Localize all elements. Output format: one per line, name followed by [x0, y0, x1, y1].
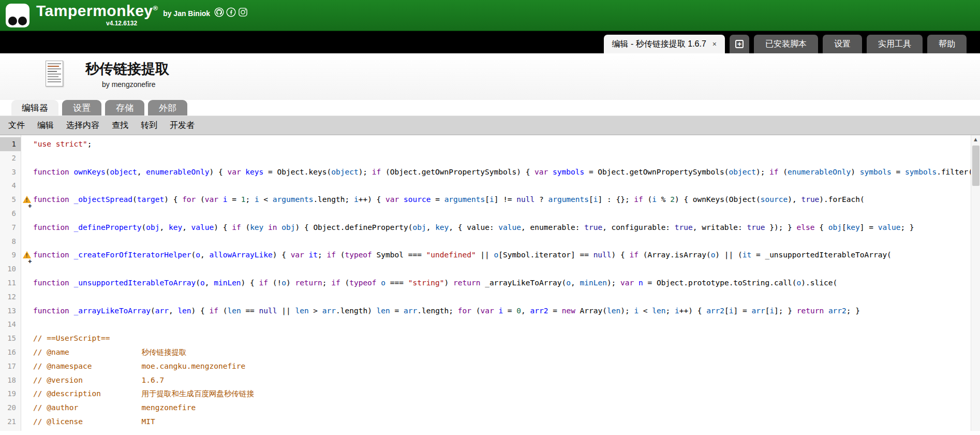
- line-number: 4: [0, 179, 21, 193]
- line-number: 2: [0, 151, 21, 165]
- code-text: // @name 秒传链接提取: [21, 345, 187, 359]
- line-number: 22: [0, 429, 21, 431]
- script-file-icon: [46, 61, 63, 86]
- code-text: "use strict";: [21, 137, 92, 151]
- code-line[interactable]: 22// @supportURL https://github.com/meng…: [0, 429, 980, 431]
- code-text: [21, 235, 33, 249]
- code-text: [21, 179, 33, 193]
- line-number: 20: [0, 401, 21, 415]
- code-text: // @supportURL https://github.com/mengzo…: [21, 429, 295, 431]
- line-number: 12: [0, 290, 21, 304]
- plus-icon: +: [735, 40, 744, 48]
- code-text: function _defineProperty(obj, key, value…: [21, 221, 918, 235]
- code-line[interactable]: 4: [0, 179, 980, 193]
- lint-warning-icon[interactable]: +: [23, 251, 31, 258]
- menu-find[interactable]: 查找: [106, 120, 135, 131]
- line-number: 17: [0, 359, 21, 373]
- line-number: 3: [0, 165, 21, 179]
- code-line[interactable]: 1"use strict";: [0, 137, 980, 151]
- tab-installed-scripts[interactable]: 已安装脚本: [754, 35, 818, 53]
- code-text: function _objectSpread(target) { for (va…: [21, 193, 865, 207]
- instagram-icon[interactable]: [238, 7, 248, 17]
- code-line[interactable]: 14: [0, 317, 980, 331]
- section-tab-bar: 编辑器设置存储外部: [0, 100, 980, 115]
- code-line[interactable]: 9+function _createForOfIteratorHelper(o,…: [0, 248, 980, 262]
- code-editor[interactable]: 1"use strict";23function ownKeys(object,…: [0, 135, 980, 431]
- code-text: function _createForOfIteratorHelper(o, a…: [21, 248, 892, 262]
- line-number: 1: [0, 137, 21, 151]
- section-tab-editor[interactable]: 编辑器: [11, 100, 58, 115]
- tampermonkey-logo-icon: [6, 4, 29, 27]
- lint-warning-icon[interactable]: +: [23, 196, 31, 203]
- section-tab-settings[interactable]: 设置: [62, 100, 101, 115]
- code-line[interactable]: 21// @license MIT: [0, 415, 980, 429]
- browser-tab-bar: 编辑 - 秒传链接提取 1.6.7 × + 已安装脚本设置实用工具帮助: [0, 31, 980, 53]
- script-author: by mengzonefire: [102, 80, 156, 89]
- menu-developer[interactable]: 开发者: [164, 120, 201, 131]
- editor-menubar: 文件编辑选择内容查找转到开发者: [0, 115, 980, 135]
- section-tab-externals[interactable]: 外部: [148, 100, 187, 115]
- code-line[interactable]: 5+function _objectSpread(target) { for (…: [0, 193, 980, 207]
- line-number: 9: [0, 248, 21, 262]
- section-tab-storage[interactable]: 存储: [105, 100, 144, 115]
- code-line[interactable]: 18// @version 1.6.7: [0, 373, 980, 387]
- tab-edit-script-active[interactable]: 编辑 - 秒传链接提取 1.6.7 ×: [604, 35, 725, 53]
- code-text: [21, 262, 33, 276]
- code-line[interactable]: 2: [0, 151, 980, 165]
- line-number: 21: [0, 415, 21, 429]
- line-number: 10: [0, 262, 21, 276]
- line-number: 11: [0, 276, 21, 290]
- code-line[interactable]: 13function _arrayLikeToArray(arr, len) {…: [0, 304, 980, 318]
- code-text: [21, 290, 33, 304]
- menu-goto[interactable]: 转到: [135, 120, 164, 131]
- line-number: 16: [0, 345, 21, 359]
- code-text: // ==UserScript==: [21, 331, 110, 345]
- tab-help[interactable]: 帮助: [927, 35, 967, 53]
- code-text: // @version 1.6.7: [21, 373, 164, 387]
- line-number: 6: [0, 207, 21, 221]
- tab-utilities[interactable]: 实用工具: [867, 35, 923, 53]
- vertical-scrollbar[interactable]: ▲: [971, 135, 980, 431]
- close-icon[interactable]: ×: [712, 40, 717, 48]
- line-number: 15: [0, 331, 21, 345]
- code-line[interactable]: 3function ownKeys(object, enumerableOnly…: [0, 165, 980, 179]
- code-line[interactable]: 15// ==UserScript==: [0, 331, 980, 345]
- code-line[interactable]: 19// @description 用于提取和生成百度网盘秒传链接: [0, 387, 980, 401]
- code-line[interactable]: 17// @namespace moe.cangku.mengzonefire: [0, 359, 980, 373]
- code-line[interactable]: 11function _unsupportedIterableToArray(o…: [0, 276, 980, 290]
- app-title: Tampermonkey: [36, 2, 153, 20]
- active-tab-label: 编辑 - 秒传链接提取 1.6.7: [612, 39, 706, 50]
- code-text: // @license MIT: [21, 415, 155, 429]
- code-line[interactable]: 8: [0, 235, 980, 249]
- menu-edit[interactable]: 编辑: [31, 120, 60, 131]
- scrollbar-thumb[interactable]: [972, 146, 979, 186]
- script-header: 秒传链接提取 by mengzonefire: [0, 53, 980, 100]
- tab-settings[interactable]: 设置: [823, 35, 862, 53]
- facebook-icon[interactable]: [226, 7, 236, 17]
- code-line[interactable]: 16// @name 秒传链接提取: [0, 345, 980, 359]
- code-line[interactable]: 10: [0, 262, 980, 276]
- add-tab-button[interactable]: +: [730, 35, 749, 53]
- code-text: [21, 151, 33, 165]
- line-number: 19: [0, 387, 21, 401]
- github-icon[interactable]: [214, 7, 224, 17]
- scroll-up-arrow-icon[interactable]: ▲: [971, 135, 980, 144]
- menu-file[interactable]: 文件: [2, 120, 31, 131]
- app-version: v4.12.6132: [106, 20, 137, 27]
- code-text: function _unsupportedIterableToArray(o, …: [21, 276, 837, 290]
- code-line[interactable]: 7function _defineProperty(obj, key, valu…: [0, 221, 980, 235]
- registered-mark: ®: [153, 4, 158, 12]
- code-line[interactable]: 20// @author mengzonefire: [0, 401, 980, 415]
- menu-selection[interactable]: 选择内容: [60, 120, 106, 131]
- script-title: 秒传链接提取: [85, 60, 169, 78]
- code-line[interactable]: 6: [0, 207, 980, 221]
- code-text: // @author mengzonefire: [21, 401, 196, 415]
- brand-header: Tampermonkey ® by Jan Biniok v4.12.6132: [0, 0, 980, 31]
- code-text: [21, 317, 33, 331]
- code-text: function ownKeys(object, enumerableOnly)…: [21, 165, 973, 179]
- code-text: // @description 用于提取和生成百度网盘秒传链接: [21, 387, 254, 401]
- line-number: 13: [0, 304, 21, 318]
- code-text: function _arrayLikeToArray(arr, len) { i…: [21, 304, 860, 318]
- app-byline: by Jan Biniok: [163, 9, 210, 18]
- code-line[interactable]: 12: [0, 290, 980, 304]
